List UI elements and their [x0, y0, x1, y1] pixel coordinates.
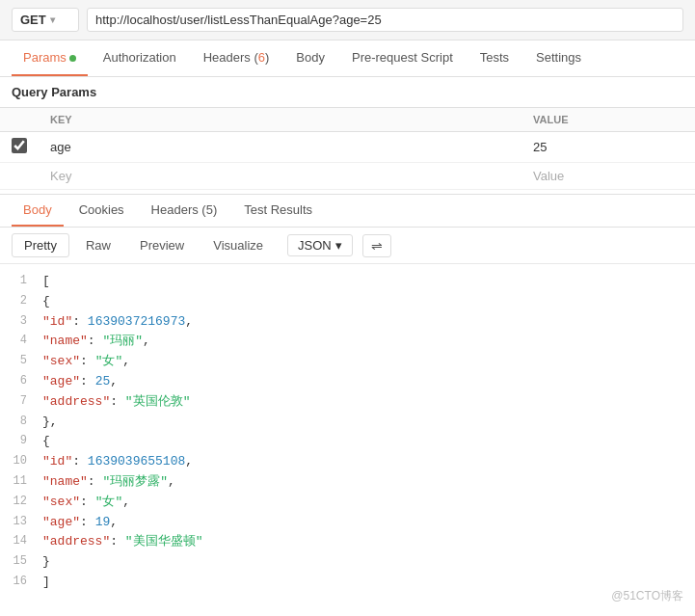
- json-line: 15 }: [0, 552, 695, 573]
- line-content: "age": 25,: [42, 372, 687, 392]
- value-col-header: VALUE: [521, 108, 695, 132]
- table-row: age 25: [0, 132, 695, 163]
- line-content: "sex": "女",: [42, 493, 687, 513]
- tab-headers[interactable]: Headers (6): [192, 40, 281, 76]
- line-number: 3: [8, 312, 42, 333]
- placeholder-value[interactable]: Value: [521, 163, 695, 190]
- response-tab-cookies-label: Cookies: [79, 202, 124, 217]
- line-content: {: [42, 432, 687, 452]
- tab-authorization[interactable]: Authorization: [92, 40, 188, 76]
- line-content: "address": "美国华盛顿": [42, 532, 687, 552]
- response-tabs: Body Cookies Headers (5) Test Results: [0, 194, 695, 228]
- json-line: 8 },: [0, 413, 695, 433]
- key-col-header: KEY: [39, 108, 521, 132]
- line-number: 15: [8, 552, 42, 573]
- json-line: 4 "name": "玛丽",: [0, 332, 695, 352]
- tab-settings[interactable]: Settings: [524, 40, 593, 76]
- line-content: "name": "玛丽梦露",: [42, 472, 687, 493]
- json-line: 7 "address": "英国伦敦": [0, 392, 695, 413]
- response-tab-headers[interactable]: Headers (5): [140, 195, 229, 227]
- line-number: 11: [8, 472, 42, 493]
- tab-prerequest[interactable]: Pre-request Script: [340, 40, 465, 76]
- json-select[interactable]: JSON ▾: [287, 234, 353, 256]
- line-number: 5: [8, 352, 42, 372]
- tab-tests[interactable]: Tests: [468, 40, 521, 76]
- tab-params-label: Params: [23, 50, 67, 65]
- tab-body[interactable]: Body: [284, 40, 336, 76]
- row-key: age: [39, 132, 521, 163]
- format-btn-preview[interactable]: Preview: [127, 233, 197, 257]
- method-select[interactable]: GET ▾: [12, 8, 79, 32]
- line-content: },: [42, 413, 687, 433]
- row-checkbox-cell[interactable]: [0, 132, 39, 163]
- top-tabs: Params Authorization Headers (6) Body Pr…: [0, 40, 695, 77]
- url-input[interactable]: [87, 8, 683, 32]
- json-line: 16]: [0, 573, 695, 593]
- json-line: 9 {: [0, 432, 695, 452]
- json-line: 6 "age": 25,: [0, 372, 695, 392]
- json-line: 2 {: [0, 292, 695, 312]
- line-number: 8: [8, 413, 42, 433]
- method-chevron: ▾: [50, 14, 55, 25]
- tab-params[interactable]: Params: [12, 40, 88, 76]
- response-tab-testresults[interactable]: Test Results: [232, 195, 324, 227]
- line-content: "name": "玛丽",: [42, 332, 687, 352]
- placeholder-row: Key Value: [0, 163, 695, 190]
- response-tab-body[interactable]: Body: [12, 195, 64, 227]
- line-content: "sex": "女",: [42, 352, 687, 372]
- json-line: 14 "address": "美国华盛顿": [0, 532, 695, 552]
- line-content: [: [42, 272, 687, 292]
- line-content: "address": "英国伦敦": [42, 392, 687, 413]
- line-number: 13: [8, 513, 42, 533]
- line-number: 6: [8, 372, 42, 392]
- line-number: 1: [8, 272, 42, 292]
- placeholder-key[interactable]: Key: [39, 163, 521, 190]
- json-line: 10 "id": 1639039655108,: [0, 452, 695, 472]
- params-dot: [69, 55, 76, 62]
- params-table: KEY VALUE age 25 Key Value: [0, 107, 695, 190]
- json-select-chevron: ▾: [335, 238, 342, 253]
- query-params-title: Query Params: [0, 77, 695, 107]
- tab-headers-label: Headers (6): [203, 50, 270, 65]
- line-content: }: [42, 552, 687, 573]
- line-content: "id": 1639037216973,: [42, 312, 687, 333]
- line-number: 16: [8, 573, 42, 593]
- row-checkbox[interactable]: [12, 138, 27, 153]
- format-btn-raw[interactable]: Raw: [73, 233, 123, 257]
- method-label: GET: [20, 13, 46, 27]
- tab-authorization-label: Authorization: [103, 50, 176, 65]
- tab-body-label: Body: [296, 50, 325, 65]
- tab-tests-label: Tests: [480, 50, 509, 65]
- json-line: 3 "id": 1639037216973,: [0, 312, 695, 333]
- json-line: 5 "sex": "女",: [0, 352, 695, 372]
- response-tab-body-label: Body: [23, 202, 52, 217]
- url-bar: GET ▾: [0, 0, 695, 40]
- placeholder-checkbox-cell: [0, 163, 39, 190]
- format-row: Pretty Raw Preview Visualize JSON ▾ ⇌: [0, 228, 695, 264]
- json-content: 1[2 {3 "id": 1639037216973,4 "name": "玛丽…: [0, 264, 695, 601]
- filter-button[interactable]: ⇌: [362, 234, 391, 257]
- line-content: "id": 1639039655108,: [42, 452, 687, 472]
- json-line: 11 "name": "玛丽梦露",: [0, 472, 695, 493]
- checkbox-col-header: [0, 108, 39, 132]
- line-content: ]: [42, 573, 687, 593]
- line-number: 4: [8, 332, 42, 352]
- line-number: 10: [8, 452, 42, 472]
- line-content: {: [42, 292, 687, 312]
- line-content: "age": 19,: [42, 513, 687, 533]
- json-line: 12 "sex": "女",: [0, 493, 695, 513]
- line-number: 9: [8, 432, 42, 452]
- line-number: 12: [8, 493, 42, 513]
- response-tab-headers-label: Headers (5): [151, 202, 218, 217]
- json-line: 1[: [0, 272, 695, 292]
- tab-settings-label: Settings: [536, 50, 581, 65]
- format-btn-pretty[interactable]: Pretty: [12, 233, 69, 257]
- format-btn-visualize[interactable]: Visualize: [200, 233, 276, 257]
- line-number: 14: [8, 532, 42, 552]
- json-select-label: JSON: [298, 238, 332, 253]
- tab-prerequest-label: Pre-request Script: [352, 50, 453, 65]
- response-tab-testresults-label: Test Results: [244, 202, 312, 217]
- line-number: 2: [8, 292, 42, 312]
- response-tab-cookies[interactable]: Cookies: [67, 195, 136, 227]
- line-number: 7: [8, 392, 42, 413]
